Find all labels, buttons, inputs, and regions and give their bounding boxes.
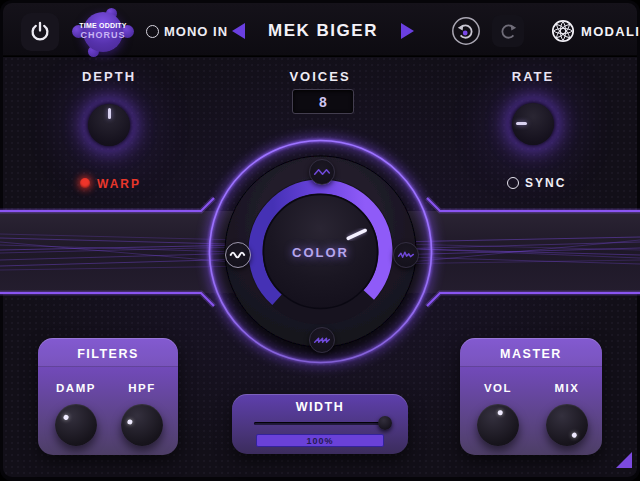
mix-knob-pointer [571,431,578,438]
rate-label: RATE [493,69,573,84]
width-slider-thumb[interactable] [378,416,392,430]
window-body: COLOR DEPTH WARP VOIC [0,0,640,481]
preset-name[interactable]: MEK BIGER [255,21,391,41]
master-title: MASTER [460,347,602,361]
noise-wave-icon [397,249,415,261]
warp-toggle[interactable]: WARP [97,177,141,191]
filters-title: FILTERS [38,347,178,361]
mix-label: MIX [537,382,597,394]
preset-prev-button[interactable] [232,23,245,39]
waveform-noise-button[interactable] [393,242,419,268]
plugin-window: COLOR DEPTH WARP VOIC [0,0,640,481]
width-value-badge[interactable]: 100% [256,434,384,447]
rate-knob-pointer [516,123,527,126]
modalics-brand: MODALICS [550,18,640,44]
vol-knob[interactable] [477,404,519,446]
depth-knob-pointer [108,108,111,119]
modalics-logo-icon [550,18,576,44]
warp-led-icon[interactable] [80,178,90,188]
master-panel: MASTER VOL MIX [460,338,602,455]
voices-value-box[interactable]: 8 [292,89,354,114]
depth-knob[interactable] [88,104,130,146]
mono-in-toggle[interactable]: MONO IN [164,24,228,39]
filters-panel: FILTERS DAMP HPF [38,338,178,455]
damp-knob[interactable] [55,404,97,446]
undo-icon [450,15,482,47]
width-title: WIDTH [232,400,408,414]
damp-knob-pointer [62,414,69,421]
hpf-knob-pointer [127,419,133,425]
redo-icon [492,15,524,47]
power-button[interactable] [21,13,59,51]
sync-radio-icon[interactable] [507,177,519,189]
logo-line1: TIME ODDITY [71,22,135,29]
waveform-saw-button[interactable] [309,327,335,353]
voices-label: VOICES [280,69,360,84]
width-panel: WIDTH 100% [232,394,408,454]
triangle-wave-icon [313,166,331,178]
waveform-sine-button[interactable] [225,242,251,268]
modalics-brand-text: MODALICS [581,24,640,39]
color-knob-label[interactable]: COLOR [270,245,371,260]
waveform-triangle-button[interactable] [309,159,335,185]
saw-wave-icon [313,334,331,346]
power-icon [28,20,52,44]
depth-label: DEPTH [69,69,149,84]
vol-label: VOL [468,382,528,394]
redo-button[interactable] [492,15,524,47]
logo-line2: CHORUS [71,30,135,40]
hpf-knob[interactable] [121,404,163,446]
hpf-label: HPF [112,382,172,394]
resize-handle[interactable] [616,452,632,468]
vol-knob-pointer [497,410,503,416]
top-bar: TIME ODDITY CHORUS MONO IN MEK BIGER [3,3,637,56]
preset-next-button[interactable] [401,23,414,39]
rate-knob[interactable] [512,103,554,145]
sync-toggle[interactable]: SYNC [525,176,566,190]
mono-in-radio-icon[interactable] [146,25,159,38]
undo-button[interactable] [450,15,482,47]
time-oddity-logo: TIME ODDITY CHORUS [71,9,135,56]
damp-label: DAMP [46,382,106,394]
sine-wave-icon [229,249,247,261]
mix-knob[interactable] [546,404,588,446]
width-slider-track[interactable] [254,422,388,425]
